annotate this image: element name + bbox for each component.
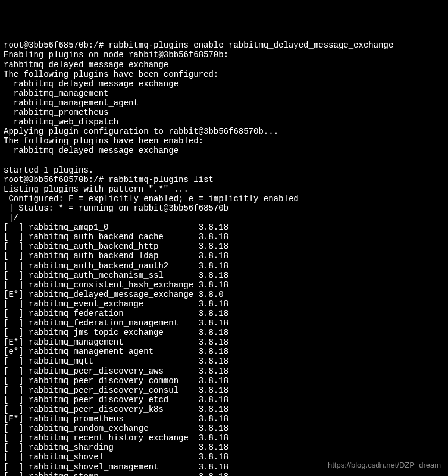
terminal-line: [e*] rabbitmq_management_agent 3.8.18: [4, 347, 444, 356]
terminal-line: [ ] rabbitmq_federation 3.8.18: [4, 309, 444, 318]
terminal-line: Applying plugin configuration to rabbit@…: [4, 127, 444, 136]
terminal-line: rabbitmq_delayed_message_exchange: [4, 146, 444, 155]
terminal-line: [ ] rabbitmq_peer_discovery_etcd 3.8.18: [4, 395, 444, 405]
terminal-line: [ ] rabbitmq_mqtt 3.8.18: [4, 356, 444, 366]
terminal-line: [ ] rabbitmq_auth_backend_ldap 3.8.18: [4, 251, 444, 261]
terminal-line: rabbitmq_prometheus: [4, 108, 444, 117]
terminal-line: [ ] rabbitmq_event_exchange 3.8.18: [4, 299, 444, 309]
terminal-line: [ ] rabbitmq_amqp1_0 3.8.18: [4, 223, 444, 232]
terminal-line: rabbitmq_management_agent: [4, 98, 444, 108]
terminal-line: rabbitmq_delayed_message_exchange: [4, 60, 444, 70]
terminal-line: [4, 156, 444, 165]
terminal-line: [ ] rabbitmq_jms_topic_exchange 3.8.18: [4, 328, 444, 337]
terminal-line: [E*] rabbitmq_prometheus 3.8.18: [4, 414, 444, 424]
terminal-line: [ ] rabbitmq_peer_discovery_aws 3.8.18: [4, 367, 444, 376]
terminal-line: rabbitmq_delayed_message_exchange: [4, 79, 444, 89]
terminal-line: [ ] rabbitmq_auth_backend_oauth2 3.8.18: [4, 261, 444, 271]
terminal-line: [ ] rabbitmq_federation_management 3.8.1…: [4, 318, 444, 328]
terminal-line: [ ] rabbitmq_peer_discovery_consul 3.8.1…: [4, 386, 444, 395]
terminal-line: rabbitmq_management: [4, 89, 444, 98]
terminal-line: [ ] rabbitmq_random_exchange 3.8.18: [4, 424, 444, 433]
terminal-line: root@3bb56f68570b:/# rabbitmq-plugins en…: [4, 40, 444, 50]
terminal-line: The following plugins have been configur…: [4, 70, 444, 79]
terminal-line: [ ] rabbitmq_peer_discovery_k8s 3.8.18: [4, 405, 444, 414]
terminal-line: Configured: E = explicitly enabled; e = …: [4, 194, 444, 203]
terminal-line: | Status: * = running on rabbit@3bb56f68…: [4, 203, 444, 213]
terminal-line: [ ] rabbitmq_stomp 3.8.18: [4, 472, 444, 476]
terminal-output[interactable]: root@3bb56f68570b:/# rabbitmq-plugins en…: [4, 40, 444, 476]
terminal-line: The following plugins have been enabled:: [4, 136, 444, 146]
terminal-line: [ ] rabbitmq_auth_backend_cache 3.8.18: [4, 232, 444, 242]
watermark-text: https://blog.csdn.net/DZP_dream: [328, 461, 441, 470]
terminal-line: started 1 plugins.: [4, 165, 444, 175]
terminal-line: Listing plugins with pattern ".*" ...: [4, 184, 444, 194]
terminal-line: [ ] rabbitmq_sharding 3.8.18: [4, 443, 444, 452]
terminal-line: [E*] rabbitmq_management 3.8.18: [4, 337, 444, 347]
terminal-line: [ ] rabbitmq_auth_backend_http 3.8.18: [4, 242, 444, 251]
terminal-line: |/: [4, 213, 444, 223]
terminal-line: root@3bb56f68570b:/# rabbitmq-plugins li…: [4, 175, 444, 184]
terminal-line: Enabling plugins on node rabbit@3bb56f68…: [4, 50, 444, 60]
terminal-line: [ ] rabbitmq_peer_discovery_common 3.8.1…: [4, 376, 444, 386]
terminal-line: [ ] rabbitmq_auth_mechanism_ssl 3.8.18: [4, 271, 444, 280]
terminal-line: [E*] rabbitmq_delayed_message_exchange 3…: [4, 290, 444, 299]
terminal-line: [ ] rabbitmq_consistent_hash_exchange 3.…: [4, 280, 444, 290]
terminal-line: [ ] rabbitmq_recent_history_exchange 3.8…: [4, 433, 444, 443]
terminal-line: rabbitmq_web_dispatch: [4, 117, 444, 127]
